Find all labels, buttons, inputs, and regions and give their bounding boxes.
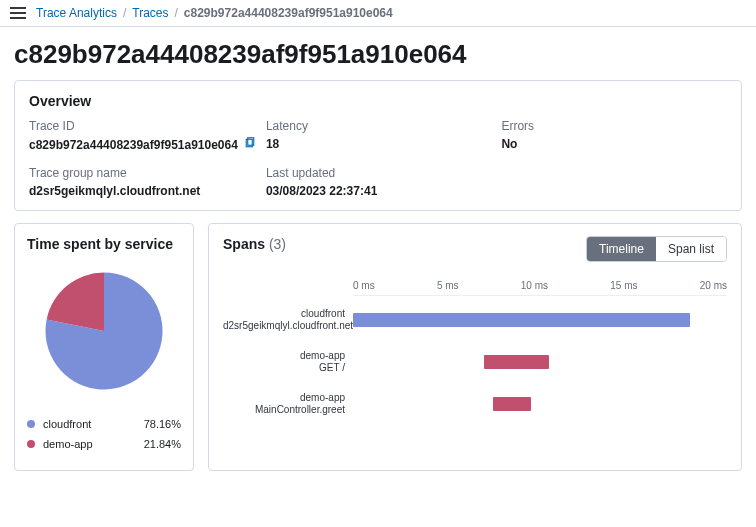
updated-value: 03/08/2023 22:37:41 [266,184,492,198]
breadcrumb-sep: / [175,6,178,20]
timeline-toggle[interactable]: Timeline [587,237,656,261]
pie-chart [27,266,181,396]
overview-group: Trace group name d2sr5geikmqlyl.cloudfro… [29,166,256,198]
legend-pct: 78.16% [144,418,181,430]
span-track [353,355,727,369]
time-by-service-panel: Time spent by service cloudfront78.16%de… [14,223,194,471]
top-bar: Trace Analytics / Traces / c829b972a4440… [0,0,756,27]
page-title: c829b972a44408239af9f951a910e064 [0,27,756,80]
time-panel-title: Time spent by service [27,236,181,252]
legend-dot-icon [27,440,35,448]
timeline-axis: 0 ms5 ms10 ms15 ms20 ms [353,280,727,296]
span-label: cloudfrontd2sr5geikmqlyl.cloudfront.net [223,308,353,332]
spanlist-toggle[interactable]: Span list [656,237,726,261]
timeline-chart: 0 ms5 ms10 ms15 ms20 ms cloudfrontd2sr5g… [353,280,727,418]
overview-panel: Overview Trace ID c829b972a44408239af9f9… [14,80,742,211]
view-toggle: Timeline Span list [586,236,727,262]
latency-value: 18 [266,137,492,151]
span-label: demo-appMainController.greet [223,392,353,416]
span-bar [484,355,549,369]
legend-pct: 21.84% [144,438,181,450]
breadcrumb-traces[interactable]: Traces [132,6,168,20]
overview-updated: Last updated 03/08/2023 22:37:41 [266,166,492,198]
legend-dot-icon [27,420,35,428]
axis-tick: 5 ms [437,280,459,291]
pie-legend: cloudfront78.16%demo-app21.84% [27,418,181,450]
axis-tick: 0 ms [353,280,375,291]
span-row[interactable]: demo-appGET / [353,348,727,376]
span-track [353,397,727,411]
axis-tick: 20 ms [700,280,727,291]
trace-id-value: c829b972a44408239af9f951a910e064 [29,138,238,152]
legend-name: demo-app [43,438,93,450]
trace-id-label: Trace ID [29,119,256,133]
spans-panel: Spans (3) Timeline Span list 0 ms5 ms10 … [208,223,742,471]
axis-tick: 10 ms [521,280,548,291]
spans-count: (3) [269,236,286,252]
copy-icon[interactable] [244,137,256,152]
group-value: d2sr5geikmqlyl.cloudfront.net [29,184,256,198]
legend-name: cloudfront [43,418,91,430]
span-row[interactable]: cloudfrontd2sr5geikmqlyl.cloudfront.net [353,306,727,334]
menu-icon[interactable] [10,7,26,19]
span-track [353,313,727,327]
overview-title: Overview [29,93,727,109]
spans-title: Spans (3) [223,236,286,252]
updated-label: Last updated [266,166,492,180]
legend-item: demo-app21.84% [27,438,181,450]
span-bar [493,397,530,411]
overview-traceid: Trace ID c829b972a44408239af9f951a910e06… [29,119,256,152]
overview-errors: Errors No [501,119,727,152]
span-label: demo-appGET / [223,350,353,374]
errors-value: No [501,137,727,151]
legend-item: cloudfront78.16% [27,418,181,430]
breadcrumb-root[interactable]: Trace Analytics [36,6,117,20]
span-bar [353,313,690,327]
breadcrumb-sep: / [123,6,126,20]
span-row[interactable]: demo-appMainController.greet [353,390,727,418]
group-label: Trace group name [29,166,256,180]
errors-label: Errors [501,119,727,133]
latency-label: Latency [266,119,492,133]
axis-tick: 15 ms [610,280,637,291]
breadcrumb-current: c829b972a44408239af9f951a910e064 [184,6,393,20]
overview-latency: Latency 18 [266,119,492,152]
